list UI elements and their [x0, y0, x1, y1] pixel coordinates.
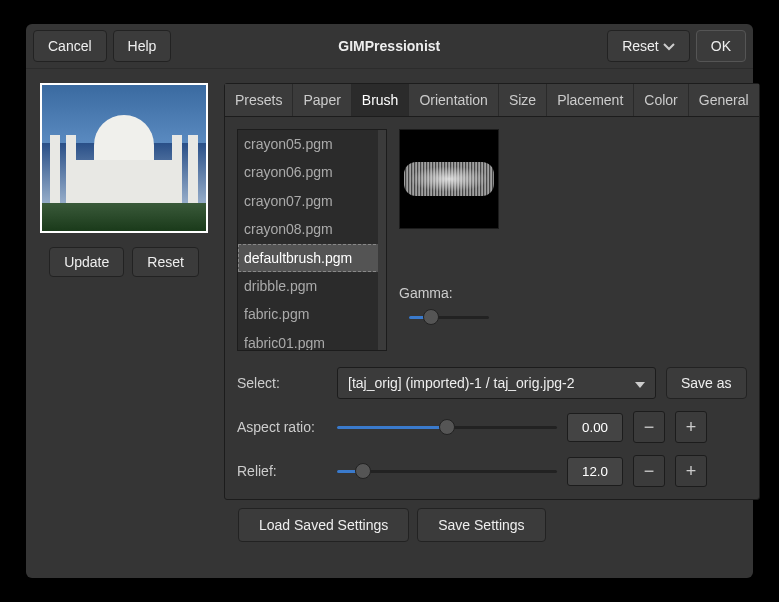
select-label: Select:	[237, 375, 327, 391]
list-item[interactable]: fabric.pgm	[238, 300, 386, 328]
aspect-input[interactable]	[567, 413, 623, 442]
aspect-slider[interactable]	[337, 419, 557, 435]
update-button[interactable]: Update	[49, 247, 124, 277]
plus-icon: +	[686, 461, 697, 482]
relief-slider[interactable]	[337, 463, 557, 479]
aspect-minus-button[interactable]: −	[633, 411, 665, 443]
list-item[interactable]: crayon07.pgm	[238, 187, 386, 215]
brush-preview	[399, 129, 499, 229]
titlebar: Cancel Help GIMPressionist Reset OK	[26, 24, 753, 69]
relief-plus-button[interactable]: +	[675, 455, 707, 487]
list-item[interactable]: crayon06.pgm	[238, 158, 386, 186]
gamma-slider[interactable]	[409, 309, 489, 325]
tabs: PresetsPaperBrushOrientationSizePlacemen…	[225, 84, 759, 117]
triangle-down-icon	[635, 375, 645, 391]
tabs-frame: PresetsPaperBrushOrientationSizePlacemen…	[224, 83, 760, 500]
preview-reset-button[interactable]: Reset	[132, 247, 199, 277]
plus-icon: +	[686, 417, 697, 438]
select-value: [taj_orig] (imported)-1 / taj_orig.jpg-2	[348, 375, 574, 391]
aspect-plus-button[interactable]: +	[675, 411, 707, 443]
tab-orientation[interactable]: Orientation	[409, 84, 498, 116]
cancel-button[interactable]: Cancel	[33, 30, 107, 62]
dialog-title: GIMPressionist	[177, 38, 601, 54]
tab-size[interactable]: Size	[499, 84, 547, 116]
tab-general[interactable]: General	[689, 84, 759, 116]
relief-label: Relief:	[237, 463, 327, 479]
select-dropdown[interactable]: [taj_orig] (imported)-1 / taj_orig.jpg-2	[337, 367, 656, 399]
list-item[interactable]: crayon08.pgm	[238, 215, 386, 243]
tab-color[interactable]: Color	[634, 84, 688, 116]
brush-stroke-preview	[404, 162, 494, 196]
load-saved-settings-button[interactable]: Load Saved Settings	[238, 508, 409, 542]
save-settings-button[interactable]: Save Settings	[417, 508, 545, 542]
gamma-thumb[interactable]	[423, 309, 439, 325]
relief-input[interactable]	[567, 457, 623, 486]
tab-paper[interactable]: Paper	[293, 84, 351, 116]
tab-presets[interactable]: Presets	[225, 84, 293, 116]
aspect-label: Aspect ratio:	[237, 419, 327, 435]
scrollbar[interactable]	[378, 130, 386, 350]
tab-brush[interactable]: Brush	[352, 84, 410, 116]
brush-list[interactable]: crayon05.pgmcrayon06.pgmcrayon07.pgmcray…	[237, 129, 387, 351]
list-item[interactable]: fabric01.pgm	[238, 329, 386, 351]
tab-content-brush: crayon05.pgmcrayon06.pgmcrayon07.pgmcray…	[225, 117, 759, 499]
ok-button[interactable]: OK	[696, 30, 746, 62]
minus-icon: −	[644, 417, 655, 438]
gamma-label: Gamma:	[399, 285, 499, 301]
list-item[interactable]: defaultbrush.pgm	[238, 244, 386, 272]
reset-dropdown-button[interactable]: Reset	[607, 30, 690, 62]
list-item[interactable]: crayon05.pgm	[238, 130, 386, 158]
help-button[interactable]: Help	[113, 30, 172, 62]
list-item[interactable]: dribble.pgm	[238, 272, 386, 300]
gimpressionist-dialog: Cancel Help GIMPressionist Reset OK Upda…	[26, 24, 753, 578]
tab-placement[interactable]: Placement	[547, 84, 634, 116]
minus-icon: −	[644, 461, 655, 482]
chevron-down-icon	[663, 38, 675, 54]
relief-minus-button[interactable]: −	[633, 455, 665, 487]
saveas-button[interactable]: Save as	[666, 367, 747, 399]
reset-dropdown-label: Reset	[622, 38, 659, 54]
preview-image	[40, 83, 208, 233]
